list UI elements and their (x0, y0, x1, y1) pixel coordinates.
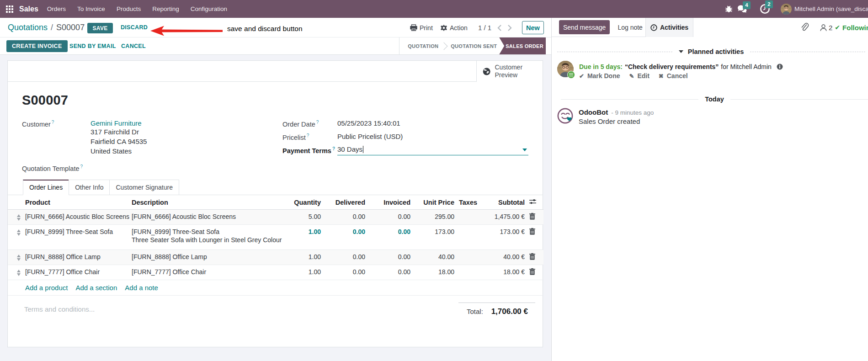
cell-unit-price[interactable]: 40.00 (413, 250, 457, 265)
payment-terms-dropdown-icon[interactable] (522, 149, 527, 151)
cell-delete[interactable] (527, 209, 540, 224)
cancel-order-button[interactable]: CANCEL (121, 43, 146, 49)
apps-grid-icon[interactable] (6, 5, 13, 13)
header-product[interactable]: Product (23, 195, 129, 210)
cell-product[interactable]: [FURN_8999] Three-Seat Sofa (23, 224, 129, 250)
send-by-email-button[interactable]: SEND BY EMAIL (69, 43, 116, 49)
cell-product[interactable]: [FURN_7777] Office Chair (23, 265, 129, 280)
cell-delivered[interactable]: 0.00 (323, 209, 367, 224)
menu-products[interactable]: Products (117, 5, 141, 12)
messages-icon[interactable]: 4 (737, 5, 747, 13)
step-quotation-sent[interactable]: QUOTATION SENT (447, 37, 499, 54)
print-button[interactable]: Print (410, 18, 433, 37)
order-line-row-3[interactable]: [FURN_8888] Office Lamp [FURN_8888] Offi… (8, 250, 543, 265)
cell-product[interactable]: [FURN_8888] Office Lamp (23, 250, 129, 265)
cell-invoiced[interactable]: 0.00 (367, 250, 413, 265)
cell-description[interactable]: [FURN_6666] Acoustic Bloc Screens (129, 209, 288, 224)
mark-done-button[interactable]: ✔Mark Done (579, 72, 620, 80)
tab-other-info[interactable]: Other Info (69, 180, 110, 195)
header-taxes[interactable]: Taxes (457, 195, 484, 210)
odoobot-avatar[interactable] (557, 108, 573, 124)
header-description[interactable]: Description (129, 195, 288, 210)
app-name[interactable]: Sales (19, 5, 38, 13)
cell-quantity[interactable]: 1.00 (288, 224, 323, 250)
order-line-row-2[interactable]: [FURN_8999] Three-Seat Sofa [FURN_8999] … (8, 224, 543, 250)
attachments-paperclip-icon[interactable] (800, 22, 809, 32)
quotation-template-field[interactable]: Quotation Template? (22, 164, 282, 172)
step-quotation[interactable]: QUOTATION (399, 37, 441, 54)
order-date-value[interactable]: 05/25/2023 15:40:01 (337, 119, 400, 128)
row-drag-handle[interactable] (8, 265, 23, 280)
cell-subtotal[interactable]: 1,475.00 € (484, 209, 527, 224)
delete-row-button[interactable] (529, 228, 535, 236)
activity-avatar[interactable] (557, 61, 574, 77)
row-drag-handle[interactable] (8, 250, 23, 265)
action-button[interactable]: Action (440, 18, 468, 37)
pager-next-icon[interactable] (507, 24, 512, 32)
cell-delivered[interactable]: 0.00 (323, 265, 367, 280)
cell-subtotal[interactable]: 40.00 € (484, 250, 527, 265)
menu-configuration[interactable]: Configuration (191, 5, 227, 12)
cell-quantity[interactable]: 1.00 (288, 250, 323, 265)
cell-delivered[interactable]: 0.00 (323, 250, 367, 265)
cell-unit-price[interactable]: 295.00 (413, 209, 457, 224)
cell-delete[interactable] (527, 265, 540, 280)
followers-button[interactable]: 2 (820, 24, 832, 32)
cell-delivered[interactable]: 0.00 (323, 224, 367, 250)
menu-reporting[interactable]: Reporting (152, 5, 179, 12)
cell-unit-price[interactable]: 18.00 (413, 265, 457, 280)
cancel-activity-button[interactable]: ✖Cancel (659, 72, 688, 80)
header-unit-price[interactable]: Unit Price (413, 195, 457, 210)
header-quantity[interactable]: Quantity (288, 195, 323, 210)
add-product-link[interactable]: Add a product (25, 284, 68, 292)
cell-description[interactable]: [FURN_8888] Office Lamp (129, 250, 288, 265)
edit-activity-button[interactable]: ✎Edit (629, 72, 649, 80)
header-invoiced[interactable]: Invoiced (367, 195, 413, 210)
following-button[interactable]: ✔ Following (835, 24, 868, 32)
header-delivered[interactable]: Delivered (323, 195, 367, 210)
cell-invoiced[interactable]: 0.00 (367, 224, 413, 250)
menu-to-invoice[interactable]: To Invoice (77, 5, 105, 12)
send-message-button[interactable]: Send message (559, 20, 610, 34)
customer-preview-button[interactable]: Customer Preview (476, 61, 543, 82)
delete-row-button[interactable] (529, 253, 535, 261)
tab-customer-signature[interactable]: Customer Signature (109, 180, 179, 195)
cell-product[interactable]: [FURN_6666] Acoustic Bloc Screens (23, 209, 129, 224)
terms-and-conditions-input[interactable]: Terms and conditions... (24, 305, 95, 313)
cell-subtotal[interactable]: 173.00 € (484, 224, 527, 250)
new-button[interactable]: New (522, 21, 544, 34)
order-line-row-4[interactable]: [FURN_7777] Office Chair [FURN_7777] Off… (8, 265, 543, 280)
cell-invoiced[interactable]: 0.00 (367, 265, 413, 280)
user-avatar[interactable] (781, 4, 792, 15)
debug-bug-icon[interactable] (724, 5, 733, 13)
row-drag-handle[interactable] (8, 224, 23, 250)
delete-row-button[interactable] (529, 268, 535, 276)
activities-tab[interactable]: Activities (645, 18, 693, 37)
menu-orders[interactable]: Orders (47, 5, 66, 12)
header-subtotal[interactable]: Subtotal (484, 195, 527, 210)
tab-order-lines[interactable]: Order Lines (23, 180, 69, 195)
cell-taxes[interactable] (457, 265, 484, 280)
cell-subtotal[interactable]: 18.00 € (484, 265, 527, 280)
add-note-link[interactable]: Add a note (125, 284, 158, 292)
add-section-link[interactable]: Add a section (75, 284, 117, 292)
payment-terms-input[interactable]: 30 Days (337, 145, 528, 155)
cell-taxes[interactable] (457, 224, 484, 250)
activities-clock-icon[interactable]: 2 (760, 4, 770, 14)
cell-quantity[interactable]: 5.00 (288, 209, 323, 224)
message-author[interactable]: OdooBot (579, 108, 608, 116)
customer-link[interactable]: Gemini Furniture (91, 119, 142, 127)
info-icon[interactable] (777, 64, 783, 70)
create-invoice-button[interactable]: CREATE INVOICE (6, 40, 68, 52)
cell-invoiced[interactable]: 0.00 (367, 209, 413, 224)
cell-taxes[interactable] (457, 209, 484, 224)
payment-terms-value[interactable]: 30 Days (337, 145, 362, 153)
planned-activities-toggle[interactable]: Planned activities (672, 48, 751, 55)
delete-row-button[interactable] (529, 213, 535, 221)
cell-delete[interactable] (527, 224, 540, 250)
pager-previous-icon[interactable] (497, 24, 502, 32)
header-options[interactable] (527, 195, 540, 210)
order-line-row-1[interactable]: [FURN_6666] Acoustic Bloc Screens [FURN_… (8, 209, 543, 224)
cell-quantity[interactable]: 1.00 (288, 265, 323, 280)
user-name[interactable]: Mitchell Admin (save_discard (794, 5, 868, 12)
